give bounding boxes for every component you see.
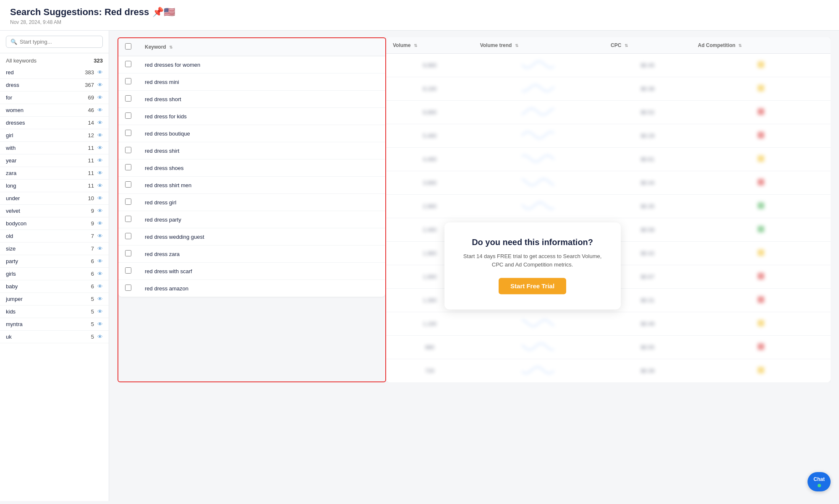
- eye-icon[interactable]: 👁: [97, 245, 103, 252]
- search-input[interactable]: [20, 39, 98, 45]
- eye-icon[interactable]: 👁: [97, 233, 103, 239]
- row-check-cell[interactable]: [118, 194, 138, 211]
- eye-icon[interactable]: 👁: [97, 308, 103, 315]
- sidebar-item[interactable]: under 10 👁: [0, 192, 109, 205]
- row-check-cell[interactable]: [118, 125, 138, 142]
- sidebar-item[interactable]: size 7 👁: [0, 243, 109, 255]
- sidebar-item[interactable]: baby 6 👁: [0, 280, 109, 293]
- chat-widget[interactable]: Chat: [808, 472, 831, 491]
- eye-icon[interactable]: 👁: [97, 195, 103, 201]
- eye-icon[interactable]: 👁: [97, 145, 103, 151]
- sidebar-word: old: [6, 233, 13, 239]
- eye-icon[interactable]: 👁: [97, 120, 103, 126]
- row-checkbox[interactable]: [125, 95, 131, 102]
- sidebar-item[interactable]: with 11 👁: [0, 142, 109, 154]
- sidebar-item[interactable]: myntra 5 👁: [0, 318, 109, 331]
- eye-icon[interactable]: 👁: [97, 334, 103, 340]
- row-check-cell[interactable]: [118, 56, 138, 73]
- metrics-row: 4,400 $0.61: [386, 148, 831, 171]
- volume-cell: 2,900: [386, 195, 473, 218]
- sidebar-count: 11: [88, 145, 94, 151]
- row-check-cell[interactable]: [118, 73, 138, 91]
- row-checkbox[interactable]: [125, 78, 131, 84]
- col-header-cpc[interactable]: CPC ⇅: [604, 37, 691, 54]
- sidebar-item[interactable]: uk 5 👁: [0, 331, 109, 343]
- eye-icon[interactable]: 👁: [97, 296, 103, 302]
- col-header-keyword[interactable]: Keyword ⇅: [138, 38, 385, 56]
- search-input-wrap[interactable]: 🔍: [6, 36, 103, 48]
- row-checkbox[interactable]: [125, 198, 131, 205]
- select-all-checkbox[interactable]: [125, 43, 131, 50]
- row-checkbox[interactable]: [125, 216, 131, 222]
- row-check-cell[interactable]: [118, 263, 138, 280]
- eye-icon[interactable]: 👁: [97, 258, 103, 264]
- sidebar-item[interactable]: girls 6 👁: [0, 268, 109, 280]
- col-header-ad-competition[interactable]: Ad Competition ⇅: [691, 37, 831, 54]
- sidebar-item-right: 367 👁: [85, 82, 103, 88]
- col-header-volume[interactable]: Volume ⇅: [386, 37, 473, 54]
- row-checkbox[interactable]: [125, 164, 131, 170]
- sidebar-item-right: 5 👁: [91, 334, 103, 340]
- sidebar-item[interactable]: velvet 9 👁: [0, 205, 109, 217]
- sidebar-word: girls: [6, 271, 16, 277]
- eye-icon[interactable]: 👁: [97, 321, 103, 327]
- row-check-cell[interactable]: [118, 91, 138, 108]
- eye-icon[interactable]: 👁: [97, 94, 103, 101]
- row-check-cell[interactable]: [118, 108, 138, 125]
- eye-icon[interactable]: 👁: [97, 132, 103, 138]
- metrics-row: 2,900 $0.35: [386, 195, 831, 218]
- row-checkbox[interactable]: [125, 285, 131, 291]
- sidebar-item[interactable]: old 7 👁: [0, 230, 109, 243]
- col-header-trend[interactable]: Volume trend ⇅: [473, 37, 604, 54]
- sidebar-item[interactable]: party 6 👁: [0, 255, 109, 268]
- row-checkbox[interactable]: [125, 267, 131, 274]
- sidebar-item[interactable]: zara 11 👁: [0, 167, 109, 180]
- keyword-cell: red dress mini: [138, 73, 385, 91]
- trend-cell: [473, 336, 604, 359]
- cpc-value: $0.58: [641, 227, 655, 233]
- keyword-sort-icon: ⇅: [169, 45, 173, 50]
- eye-icon[interactable]: 👁: [97, 271, 103, 277]
- sidebar-item[interactable]: bodycon 9 👁: [0, 217, 109, 230]
- row-checkbox[interactable]: [125, 112, 131, 119]
- sidebar-item[interactable]: red 383 👁: [0, 66, 109, 79]
- sidebar-item[interactable]: for 69 👁: [0, 91, 109, 104]
- eye-icon[interactable]: 👁: [97, 208, 103, 214]
- row-check-cell[interactable]: [118, 245, 138, 263]
- row-checkbox[interactable]: [125, 250, 131, 256]
- ad-value: [758, 274, 764, 281]
- sidebar-word: uk: [6, 334, 12, 340]
- row-checkbox[interactable]: [125, 61, 131, 67]
- row-check-cell[interactable]: [118, 159, 138, 177]
- sidebar-item[interactable]: women 46 👁: [0, 104, 109, 117]
- eye-icon[interactable]: 👁: [97, 170, 103, 176]
- row-checkbox[interactable]: [125, 147, 131, 153]
- eye-icon[interactable]: 👁: [97, 220, 103, 227]
- sidebar-count: 9: [91, 208, 94, 214]
- sidebar-item[interactable]: dress 367 👁: [0, 79, 109, 91]
- eye-icon[interactable]: 👁: [97, 107, 103, 113]
- row-checkbox[interactable]: [125, 233, 131, 239]
- sidebar-item[interactable]: year 11 👁: [0, 154, 109, 167]
- start-trial-button[interactable]: Start Free Trial: [499, 278, 566, 294]
- row-check-cell[interactable]: [118, 142, 138, 159]
- eye-icon[interactable]: 👁: [97, 183, 103, 189]
- row-checkbox[interactable]: [125, 130, 131, 136]
- row-checkbox[interactable]: [125, 181, 131, 188]
- trend-cell: [473, 312, 604, 336]
- row-check-cell[interactable]: [118, 211, 138, 228]
- eye-icon[interactable]: 👁: [97, 283, 103, 290]
- eye-icon[interactable]: 👁: [97, 69, 103, 76]
- eye-icon[interactable]: 👁: [97, 82, 103, 88]
- sidebar-item[interactable]: long 11 👁: [0, 180, 109, 192]
- sidebar-item[interactable]: kids 5 👁: [0, 306, 109, 318]
- sidebar-item[interactable]: jumper 5 👁: [0, 293, 109, 306]
- row-check-cell[interactable]: [118, 280, 138, 297]
- row-check-cell[interactable]: [118, 177, 138, 194]
- row-check-cell[interactable]: [118, 228, 138, 245]
- sidebar-item[interactable]: dresses 14 👁: [0, 117, 109, 129]
- eye-icon[interactable]: 👁: [97, 157, 103, 164]
- cpc-value: $0.44: [641, 180, 655, 186]
- sidebar-item[interactable]: girl 12 👁: [0, 129, 109, 142]
- volume-cell: 6,600: [386, 101, 473, 124]
